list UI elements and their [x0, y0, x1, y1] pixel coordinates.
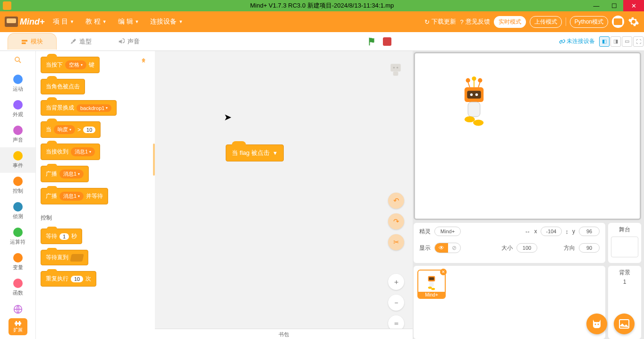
svg-rect-24 [429, 281, 433, 287]
svg-point-2 [15, 57, 19, 61]
separator [566, 17, 566, 26]
tab-costume[interactable]: 造型 [57, 34, 105, 50]
sprite-name-input[interactable]: Mind+ [434, 227, 461, 236]
cat-icon [591, 319, 602, 329]
stop-icon[interactable] [383, 37, 391, 46]
maximize-button[interactable]: ☐ [605, 0, 623, 11]
category-sound[interactable]: 声音 [0, 122, 35, 147]
x-input[interactable]: -104 [541, 227, 561, 236]
delete-sprite-icon[interactable]: ✕ [440, 269, 447, 275]
device-status[interactable]: 未连接设备 [559, 37, 595, 45]
download-update-button[interactable]: ↻下载更新 [424, 17, 456, 26]
svg-point-27 [595, 324, 596, 325]
category-sensing[interactable]: 侦测 [0, 198, 35, 224]
visibility-toggle[interactable]: 👁 ⊘ [434, 243, 461, 253]
svg-point-9 [466, 78, 470, 83]
tab-blocks[interactable]: 模块 [8, 33, 57, 50]
svg-point-7 [397, 67, 398, 69]
svg-point-10 [472, 76, 476, 81]
svg-rect-1 [22, 42, 26, 44]
view-small-stage[interactable]: ◧ [599, 36, 610, 47]
green-flag-icon[interactable] [367, 36, 377, 47]
workspace[interactable]: 当 flag 被点击▼ ➤ ↶ ↷ ✂ ＋ － ＝ 书包 [155, 51, 413, 339]
zoom-in-button[interactable]: ＋ [388, 274, 404, 290]
link-icon [559, 38, 565, 45]
category-control[interactable]: 控制 [0, 173, 35, 198]
block-wait-until[interactable]: 等待直到 [41, 250, 88, 265]
view-fullscreen[interactable]: ⛶ [633, 36, 644, 47]
pin-icon[interactable] [140, 58, 147, 65]
add-backdrop-button[interactable] [614, 314, 635, 334]
add-sprite-button[interactable] [586, 314, 607, 334]
menu-tutorial[interactable]: 教 程▼ [80, 15, 112, 29]
block-broadcast[interactable]: 广播消息1▾ [41, 166, 89, 182]
category-operators[interactable]: 运算符 [0, 224, 35, 249]
extension-icon [14, 320, 22, 327]
sprite-label: 精灵 [419, 228, 431, 236]
minimize-button[interactable]: — [587, 0, 605, 11]
mode-realtime[interactable]: 实时模式 [494, 16, 526, 28]
block-broadcast-wait[interactable]: 广播消息1▾并等待 [41, 188, 108, 204]
backpack[interactable]: 书包 [155, 329, 413, 339]
menu-connect[interactable]: 连接设备▼ [144, 15, 188, 29]
block-when-sprite-clicked[interactable]: 当角色被点击 [41, 79, 85, 94]
workspace-block-when-flag-clicked[interactable]: 当 flag 被点击▼ [226, 144, 284, 161]
category-functions[interactable]: 函数 [0, 275, 35, 300]
globe-icon [13, 304, 23, 314]
redo-button[interactable]: ↷ [388, 213, 404, 229]
block-repeat[interactable]: 重复执行10次 [41, 271, 96, 287]
svg-rect-16 [467, 91, 481, 99]
menu-project[interactable]: 项 目▼ [47, 15, 80, 29]
size-input[interactable]: 100 [517, 243, 537, 253]
avatar-icon [614, 18, 622, 25]
category-variables[interactable]: 变量 [0, 249, 35, 275]
refresh-icon: ↻ [424, 18, 430, 25]
block-when-key-pressed[interactable]: 当按下空格▾键 [41, 57, 100, 73]
category-more[interactable] [0, 300, 35, 318]
category-looks[interactable]: 外观 [0, 96, 35, 122]
stage-sprite-icon [457, 76, 491, 128]
block-when-greater-than[interactable]: 当响度▾>10 [41, 121, 101, 138]
cleanup-button[interactable]: ✂ [388, 234, 404, 250]
y-input[interactable]: 96 [579, 227, 600, 236]
settings-icon[interactable] [628, 16, 639, 27]
user-avatar[interactable] [612, 16, 624, 28]
zoom-out-button[interactable]: － [388, 295, 404, 311]
tab-sound[interactable]: 声音 [105, 34, 153, 50]
looks-dot-icon [13, 100, 23, 110]
sprite-card[interactable]: ✕ Mind+ [417, 270, 446, 299]
category-motion[interactable]: 运动 [0, 71, 35, 96]
block-wait[interactable]: 等待1秒 [41, 229, 82, 244]
view-hide-stage[interactable]: ▭ [622, 36, 632, 47]
category-sidebar: 运动 外观 声音 事件 控制 侦测 运算符 变量 函数 扩展 [0, 51, 36, 339]
stage[interactable] [414, 52, 641, 220]
direction-input[interactable]: 90 [579, 243, 600, 253]
undo-button[interactable]: ↶ [388, 193, 404, 209]
menu-edit[interactable]: 编 辑▼ [112, 15, 145, 29]
svg-line-14 [478, 82, 480, 87]
svg-point-17 [470, 93, 473, 96]
sprite-thumbnail-icon [424, 272, 440, 291]
search-icon[interactable] [13, 56, 23, 64]
help-icon: ? [460, 18, 463, 25]
block-when-backdrop-switches[interactable]: 当背景换成backdrop1▾ [41, 100, 117, 116]
block-when-receive[interactable]: 当接收到消息1▾ [41, 144, 100, 160]
section-label-control: 控制 [41, 214, 150, 222]
eye-off-icon: ⊘ [448, 243, 460, 253]
mode-upload[interactable]: 上传模式 [530, 16, 562, 28]
feedback-button[interactable]: ?意见反馈 [460, 17, 490, 26]
menu-bar: Mind+ 项 目▼ 教 程▼ 编 辑▼ 连接设备▼ ↻下载更新 ?意见反馈 实… [0, 11, 644, 32]
block-palette: 当按下空格▾键 当角色被点击 当背景换成backdrop1▾ 当响度▾>10 当… [36, 51, 155, 339]
mode-python[interactable]: Python模式 [570, 16, 608, 28]
close-button[interactable]: ✕ [623, 0, 644, 11]
stage-selector[interactable]: 舞台 [608, 223, 641, 263]
view-large-stage[interactable]: ◨ [610, 36, 621, 47]
extensions-button[interactable]: 扩展 [8, 318, 27, 335]
functions-dot-icon [13, 279, 23, 288]
svg-rect-5 [390, 64, 401, 71]
title-bar: Mind+ V1.7.3 RC3.0 新建项目-2024/8/13-11:34:… [0, 0, 644, 11]
svg-point-11 [478, 78, 482, 83]
category-events[interactable]: 事件 [0, 147, 35, 173]
blocks-icon [21, 38, 28, 45]
sound-icon [118, 38, 125, 45]
